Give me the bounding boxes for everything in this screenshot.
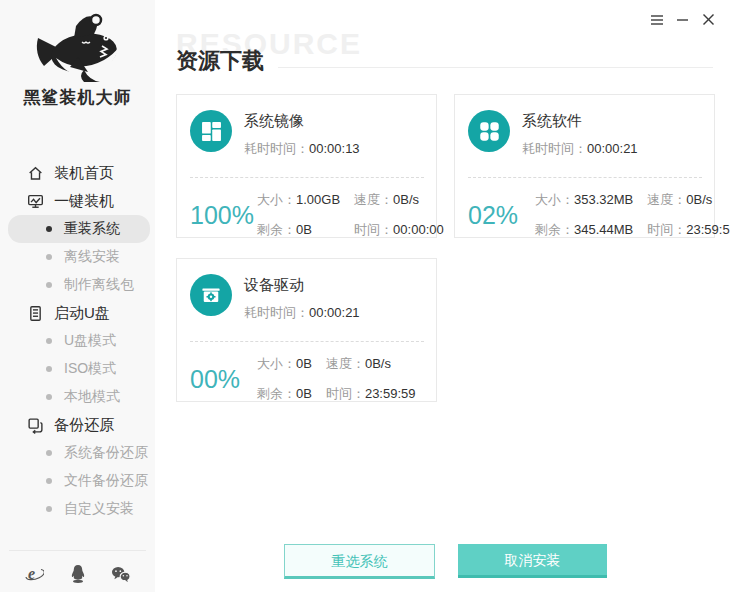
sidebar-divider	[9, 550, 146, 551]
windows-icon	[190, 110, 232, 152]
sidebar-item-backup-restore[interactable]: 备份还原	[0, 411, 155, 439]
sidebar-item-system-backup[interactable]: 系统备份还原	[0, 439, 155, 467]
card-system-software: 系统软件 耗时时间：00:00:21 02% 大小：353.32MB 速度：0B…	[454, 94, 715, 238]
remain-value: 0B	[296, 386, 312, 401]
backup-icon	[27, 417, 44, 434]
elapsed-label: 耗时时间：	[244, 305, 309, 320]
percent-value: 100%	[190, 201, 244, 230]
card-system-image: 系统镜像 耗时时间：00:00:13 100% 大小：1.00GB 速度：0B/…	[176, 94, 437, 238]
bullet-icon	[46, 478, 52, 484]
bullet-icon	[46, 282, 52, 288]
app-logo: 黑鲨装机大师	[0, 0, 155, 109]
sidebar-item-label: 离线安装	[64, 248, 120, 266]
sidebar-footer: e	[0, 550, 155, 592]
sidebar-item-custom-install[interactable]: 自定义安装	[0, 495, 155, 523]
remain-label: 剩余：	[257, 386, 296, 401]
remain-value: 0B	[296, 222, 312, 237]
sidebar-item-label: 启动U盘	[54, 304, 110, 323]
menu-icon[interactable]	[648, 11, 665, 28]
sidebar-item-label: 系统备份还原	[64, 444, 148, 462]
size-label: 大小：	[257, 356, 296, 371]
percent-value: 02%	[468, 201, 522, 230]
sidebar-item-reinstall-system[interactable]: 重装系统	[8, 215, 150, 243]
sidebar-item-label: 一键装机	[54, 192, 114, 211]
elapsed-value: 00:00:13	[309, 141, 360, 156]
sidebar-item-label: 装机首页	[54, 164, 114, 183]
elapsed-label: 耗时时间：	[522, 141, 587, 156]
sidebar-item-label: 制作离线包	[64, 276, 134, 294]
speed-label: 速度：	[326, 356, 365, 371]
sidebar-item-iso-mode[interactable]: ISO模式	[0, 355, 155, 383]
time-value: 00:00:00	[393, 222, 444, 237]
size-label: 大小：	[257, 192, 296, 207]
size-value: 353.32MB	[574, 192, 633, 207]
card-title: 系统软件	[522, 112, 638, 131]
window-controls	[648, 11, 717, 28]
sidebar-item-home[interactable]: 装机首页	[0, 159, 155, 187]
app-window: { "sidebar": { "brand": "黑鲨装机大师", "items…	[0, 0, 730, 592]
footer-actions: 重选系统 取消安装	[176, 544, 715, 592]
remain-label: 剩余：	[535, 222, 574, 237]
sidebar-item-make-offline-pkg[interactable]: 制作离线包	[0, 271, 155, 299]
sidebar-item-file-backup[interactable]: 文件备份还原	[0, 467, 155, 495]
speed-value: 0B/s	[686, 192, 712, 207]
elapsed-value: 00:00:21	[309, 305, 360, 320]
bullet-icon	[46, 226, 52, 232]
time-label: 时间：	[326, 386, 365, 401]
cancel-install-button[interactable]: 取消安装	[458, 544, 607, 578]
sidebar-item-offline-install[interactable]: 离线安装	[0, 243, 155, 271]
ie-icon[interactable]: e	[24, 564, 44, 584]
remain-label: 剩余：	[257, 222, 296, 237]
wechat-icon[interactable]	[111, 564, 131, 584]
sidebar-item-local-mode[interactable]: 本地模式	[0, 383, 155, 411]
sidebar-item-label: 本地模式	[64, 388, 120, 406]
size-value: 1.00GB	[296, 192, 340, 207]
sidebar-item-one-key-install[interactable]: 一键装机	[0, 187, 155, 215]
speed-label: 速度：	[647, 192, 686, 207]
speed-value: 0B/s	[393, 192, 419, 207]
title-underline	[278, 67, 713, 68]
bullet-icon	[46, 450, 52, 456]
size-label: 大小：	[535, 192, 574, 207]
shark-logo-icon	[26, 10, 130, 84]
sidebar-item-label: 文件备份还原	[64, 472, 148, 490]
sidebar-item-boot-usb[interactable]: 启动U盘	[0, 299, 155, 327]
sidebar-item-usb-mode[interactable]: U盘模式	[0, 327, 155, 355]
bullet-icon	[46, 506, 52, 512]
card-title: 设备驱动	[244, 276, 360, 295]
monitor-icon	[27, 193, 44, 210]
close-icon[interactable]	[700, 11, 717, 28]
elapsed-value: 00:00:21	[587, 141, 638, 156]
speed-label: 速度：	[354, 192, 393, 207]
brand-name: 黑鲨装机大师	[0, 86, 155, 109]
card-device-driver: 设备驱动 耗时时间：00:00:21 00% 大小：0B 速度：0B/s 剩余：…	[176, 258, 437, 402]
sidebar-item-label: ISO模式	[64, 360, 116, 378]
card-title: 系统镜像	[244, 112, 360, 131]
time-label: 时间：	[354, 222, 393, 237]
remain-value: 345.44MB	[574, 222, 633, 237]
usb-icon	[27, 305, 44, 322]
bullet-icon	[46, 338, 52, 344]
reselect-system-button[interactable]: 重选系统	[284, 544, 435, 579]
time-value: 23:59:59	[365, 386, 416, 401]
bullet-icon	[46, 366, 52, 372]
bullet-icon	[46, 254, 52, 260]
speed-value: 0B/s	[365, 356, 391, 371]
home-icon	[27, 165, 44, 182]
minimize-icon[interactable]	[674, 11, 691, 28]
sidebar: 黑鲨装机大师 装机首页一键装机重装系统离线安装制作离线包启动U盘U盘模式ISO模…	[0, 0, 155, 592]
bullet-icon	[46, 394, 52, 400]
download-cards: 系统镜像 耗时时间：00:00:13 100% 大小：1.00GB 速度：0B/…	[176, 94, 715, 402]
elapsed-label: 耗时时间：	[244, 141, 309, 156]
page-title: 资源下载	[176, 50, 264, 72]
apps-icon	[468, 110, 510, 152]
sidebar-item-label: 重装系统	[64, 220, 120, 238]
sidebar-item-label: U盘模式	[64, 332, 116, 350]
main-panel: RESOURCE 资源下载 系统镜像 耗时时间：00:00:13	[155, 0, 730, 592]
time-value: 23:59:59	[686, 222, 730, 237]
sidebar-item-label: 自定义安装	[64, 500, 134, 518]
sidebar-item-label: 备份还原	[54, 416, 114, 435]
percent-value: 00%	[190, 365, 244, 394]
qq-icon[interactable]	[68, 564, 88, 584]
driver-icon	[190, 274, 232, 316]
